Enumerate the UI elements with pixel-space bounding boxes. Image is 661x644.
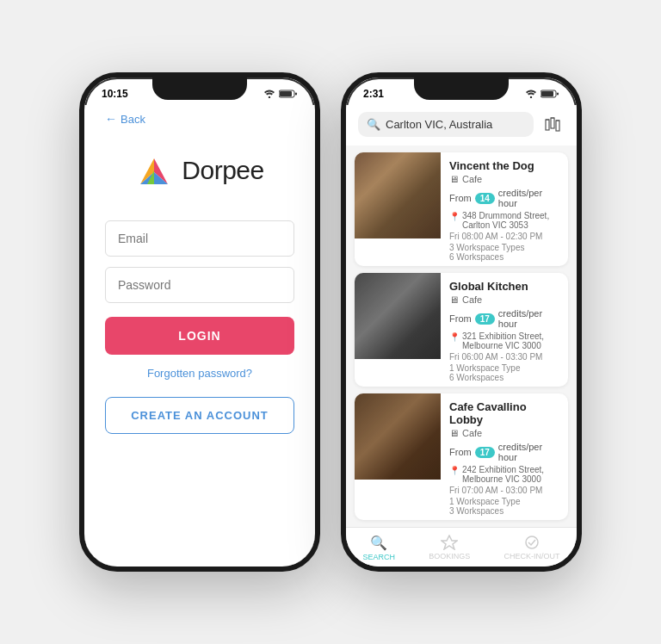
map-icon[interactable] <box>541 113 565 137</box>
search-bar[interactable]: 🔍 Carlton VIC, Australia <box>358 112 534 137</box>
nav-bookings-icon <box>441 535 458 550</box>
venue-card-3[interactable]: Cafe Cavallino Lobby 🖥 Cafe From 17 cred… <box>355 393 568 520</box>
venue-type-3: 🖥 Cafe <box>449 428 559 438</box>
location-icon-1: 📍 <box>449 212 460 221</box>
venues-list: Vincent the Dog 🖥 Cafe From 14 credits/p… <box>346 146 577 527</box>
nav-checkin[interactable]: CHECK-IN/OUT <box>503 535 559 561</box>
svg-rect-12 <box>546 120 549 130</box>
venue-info-3: Cafe Cavallino Lobby 🖥 Cafe From 17 cred… <box>441 393 568 520</box>
svg-rect-3 <box>295 93 297 96</box>
svg-point-8 <box>530 96 532 98</box>
credits-badge-1: 14 <box>475 193 495 204</box>
nav-search-icon: 🔍 <box>370 535 387 551</box>
svg-point-0 <box>269 96 270 98</box>
battery-icon-2 <box>541 90 559 98</box>
venue-type-2: 🖥 Cafe <box>449 294 559 305</box>
nav-checkin-icon <box>523 535 541 550</box>
status-bar-2: 2:31 <box>346 77 577 105</box>
venue-meta-2: 1 Workspace Type 6 Workspaces <box>449 363 559 382</box>
venue-credits-3: From 17 credits/per hour <box>449 442 559 462</box>
search-screen-content: 🔍 Carlton VIC, Australia <box>346 105 577 567</box>
status-icons-2 <box>525 90 559 98</box>
svg-point-18 <box>526 536 538 548</box>
status-icons-1 <box>263 90 298 98</box>
venue-credits-1: From 14 credits/per hour <box>449 188 559 208</box>
nav-bookings-label: BOOKINGS <box>429 552 470 560</box>
login-screen: ← Back Dorpee LOGIN Forgotten <box>84 105 315 567</box>
phone-search: 2:31 🔍 Carlt <box>341 72 582 572</box>
venue-image-3 <box>355 393 441 480</box>
svg-rect-10 <box>541 91 553 96</box>
wifi-icon-1 <box>263 90 275 98</box>
venue-hours-2: Fri 06:00 AM - 03:30 PM <box>449 352 559 362</box>
svg-rect-2 <box>280 91 292 96</box>
venue-address-3: 📍 242 Exhibition Street, Melbourne VIC 3… <box>449 465 559 484</box>
time-1: 10:15 <box>102 88 128 100</box>
back-label: Back <box>120 113 145 126</box>
bottom-nav: 🔍 SEARCH BOOKINGS CHEC <box>346 527 577 567</box>
venue-hours-1: Fri 08:00 AM - 02:30 PM <box>449 232 559 241</box>
venue-card-1[interactable]: Vincent the Dog 🖥 Cafe From 14 credits/p… <box>355 152 568 266</box>
wifi-icon-2 <box>525 90 537 98</box>
venue-credits-2: From 17 credits/per hour <box>449 308 559 329</box>
cafe-icon-1: 🖥 <box>449 174 459 184</box>
nav-search-label: SEARCH <box>363 553 396 561</box>
logo-text: Dorpee <box>182 156 263 185</box>
venue-name-3: Cafe Cavallino Lobby <box>449 400 559 426</box>
venue-name-1: Vincent the Dog <box>449 159 559 172</box>
search-text: Carlton VIC, Australia <box>386 118 492 131</box>
create-account-button[interactable]: CREATE AN ACCOUNT <box>105 397 294 434</box>
venue-type-1: 🖥 Cafe <box>449 174 559 184</box>
back-arrow-icon: ← <box>105 112 117 126</box>
venue-meta-3: 1 Workspace Type 3 Workspaces <box>449 497 559 516</box>
venue-info-1: Vincent the Dog 🖥 Cafe From 14 credits/p… <box>441 152 568 266</box>
search-screen: 🔍 Carlton VIC, Australia <box>346 105 577 567</box>
venue-address-2: 📍 321 Exhibition Street, Melbourne VIC 3… <box>449 331 559 350</box>
cafe-icon-2: 🖥 <box>449 294 459 305</box>
venue-card-2[interactable]: Global Kitchen 🖥 Cafe From 17 credits/pe… <box>355 273 568 387</box>
credits-badge-2: 17 <box>475 313 495 325</box>
venue-image-2 <box>355 273 441 359</box>
credits-badge-3: 17 <box>475 447 495 458</box>
venue-meta-1: 3 Workspace Types 6 Workspaces <box>449 243 559 262</box>
venue-hours-3: Fri 07:00 AM - 03:00 PM <box>449 486 559 495</box>
time-2: 2:31 <box>363 88 384 100</box>
phone-login: 10:15 ← Back <box>79 72 320 572</box>
svg-rect-11 <box>557 93 559 96</box>
nav-checkin-label: CHECK-IN/OUT <box>503 552 559 560</box>
venue-address-1: 📍 348 Drummond Street, Carlton VIC 3053 <box>449 211 559 230</box>
logo-area: Dorpee <box>135 152 263 189</box>
svg-rect-14 <box>556 121 559 131</box>
search-header: 🔍 Carlton VIC, Australia <box>346 105 577 146</box>
location-icon-3: 📍 <box>449 466 460 475</box>
email-input[interactable] <box>105 220 294 257</box>
password-input[interactable] <box>105 267 294 303</box>
map-view-icon <box>545 117 560 133</box>
location-icon-2: 📍 <box>449 332 460 342</box>
venue-image-1 <box>355 152 441 238</box>
nav-search[interactable]: 🔍 SEARCH <box>363 535 396 561</box>
search-icon: 🔍 <box>367 118 380 131</box>
svg-rect-13 <box>551 118 554 128</box>
phones-container: 10:15 ← Back <box>62 55 599 589</box>
battery-icon-1 <box>279 90 298 98</box>
login-button[interactable]: LOGIN <box>105 317 294 355</box>
login-screen-content: ← Back Dorpee LOGIN Forgotten <box>84 105 315 567</box>
forgot-password-link[interactable]: Forgotten password? <box>147 367 252 380</box>
nav-bookings[interactable]: BOOKINGS <box>429 535 470 561</box>
dorpee-logo-icon <box>135 152 173 189</box>
cafe-icon-3: 🖥 <box>449 428 459 438</box>
venue-info-2: Global Kitchen 🖥 Cafe From 17 credits/pe… <box>441 273 568 387</box>
venue-name-2: Global Kitchen <box>449 280 559 293</box>
back-button[interactable]: ← Back <box>105 112 145 126</box>
status-bar-1: 10:15 <box>84 77 315 105</box>
